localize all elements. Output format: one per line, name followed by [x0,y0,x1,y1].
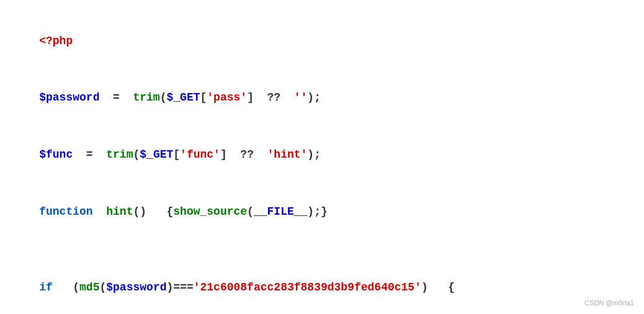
func-trim2: trim [106,148,133,161]
code-line-1: <?php [12,12,632,70]
func-hint-def: hint [106,205,133,218]
var-func: $func [39,148,73,161]
func-trim1: trim [133,91,159,104]
php-open-tag: <?php [39,35,73,47]
keyword-function1: function [39,205,92,218]
code-line-6: if (md5($password)==='21c6008facc283f883… [12,259,632,314]
code-line-2: $password = trim($_GET['pass'] ?? ''); [12,70,632,127]
code-line-3: $func = trim($_GET['func'] ?? 'hint'); [12,127,632,184]
keyword-if: if [39,281,53,294]
blank-line-1 [12,240,632,259]
var-password: $password [39,91,99,104]
code-line-4: function hint() {show_source(__FILE__);} [12,183,632,240]
code-block: <?php $password = trim($_GET['pass'] ?? … [0,0,644,314]
watermark: CSDN @m0rta1 [584,299,634,307]
